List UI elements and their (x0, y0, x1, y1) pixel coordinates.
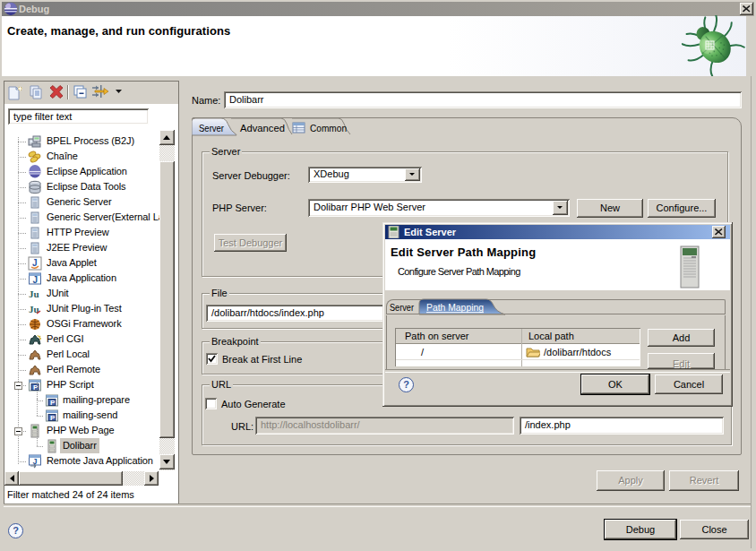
svg-text:Server: Server (199, 123, 224, 133)
svg-text:Server: Server (390, 302, 414, 313)
svg-text:Common: Common (310, 123, 347, 133)
svg-text:Ju: Ju (29, 288, 39, 299)
svg-text:Path Mapping: Path Mapping (426, 302, 484, 313)
svg-text:P: P (50, 414, 56, 422)
svg-text:Advanced: Advanced (240, 123, 285, 133)
svg-text:J: J (33, 275, 39, 285)
svg-text:J: J (32, 258, 38, 268)
svg-text:P: P (50, 399, 56, 407)
